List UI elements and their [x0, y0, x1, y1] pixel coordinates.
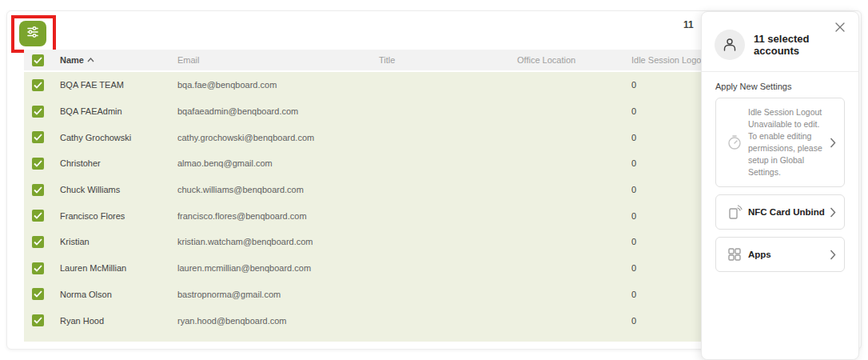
- row-name: Cathy Grochowski: [60, 133, 177, 142]
- check-icon: [34, 212, 42, 219]
- row-name: Francisco Flores: [60, 211, 177, 221]
- row-checkbox[interactable]: [32, 314, 44, 326]
- sort-asc-icon: [87, 58, 94, 62]
- check-icon: [34, 290, 42, 298]
- select-all-checkbox[interactable]: [32, 54, 44, 66]
- row-name: BQA FAE TEAM: [60, 80, 177, 90]
- column-header-title[interactable]: Title: [379, 55, 517, 65]
- row-checkbox-cell: [32, 262, 60, 274]
- check-icon: [34, 317, 42, 324]
- row-checkbox-cell: [32, 236, 60, 248]
- check-icon: [34, 186, 42, 194]
- check-icon: [34, 108, 42, 115]
- nfc-card-icon: [724, 203, 745, 221]
- panel-title: 11 selected accounts: [754, 33, 846, 57]
- filter-button[interactable]: [19, 21, 46, 46]
- row-checkbox-cell: [32, 158, 60, 170]
- row-name: Lauren McMillian: [60, 263, 177, 273]
- idle-session-logout-card[interactable]: Idle Session Logout Unavailable to edit.…: [715, 98, 845, 187]
- idle-session-logout-message: Idle Session Logout Unavailable to edit.…: [745, 106, 830, 178]
- avatar: [715, 30, 745, 60]
- panel-card-list: Idle Session Logout Unavailable to edit.…: [702, 98, 858, 272]
- row-email: chuck.williams@benqboard.com: [177, 185, 379, 194]
- chevron-right-icon: [830, 250, 836, 260]
- row-checkbox[interactable]: [32, 262, 44, 274]
- select-all-cell: [32, 54, 60, 66]
- row-email: almao.benq@gmail.com: [177, 158, 379, 168]
- selected-count-text: 11: [683, 19, 694, 30]
- row-email: bqafaeadmin@benqboard.com: [177, 106, 379, 116]
- row-email: bastropnorma@gmail.com: [177, 290, 379, 299]
- row-email: lauren.mcmillian@benqboard.com: [177, 263, 379, 273]
- row-checkbox[interactable]: [32, 236, 44, 248]
- apps-grid-icon: [724, 246, 745, 263]
- row-checkbox-cell: [32, 314, 60, 326]
- nfc-card-unbind-card[interactable]: NFC Card Unbind: [715, 194, 845, 230]
- column-header-email[interactable]: Email: [177, 55, 379, 65]
- row-checkbox-cell: [32, 184, 60, 196]
- apply-new-settings-label: Apply New Settings: [702, 72, 858, 98]
- timer-icon: [724, 134, 745, 151]
- apps-label: Apps: [745, 250, 830, 259]
- check-icon: [34, 134, 42, 141]
- check-icon: [34, 265, 42, 272]
- row-checkbox-cell: [32, 131, 60, 143]
- person-icon: [722, 37, 738, 53]
- row-checkbox[interactable]: [32, 106, 44, 118]
- account-management-screen: 11 Name Email Title Office Location Idle…: [0, 0, 868, 360]
- row-checkbox-cell: [32, 79, 60, 91]
- apps-card[interactable]: Apps: [715, 237, 845, 272]
- check-icon: [34, 82, 42, 89]
- tune-icon: [26, 26, 40, 42]
- close-icon: [835, 22, 845, 32]
- check-icon: [34, 238, 42, 246]
- row-name: Ryan Hood: [60, 316, 177, 326]
- row-name: BQA FAEAdmin: [60, 106, 177, 116]
- row-checkbox[interactable]: [32, 131, 44, 143]
- row-name: Norma Olson: [60, 290, 177, 299]
- check-icon: [34, 57, 42, 64]
- chevron-right-icon: [830, 138, 836, 148]
- row-checkbox[interactable]: [32, 79, 44, 91]
- row-name: Christoher: [60, 158, 177, 168]
- check-icon: [34, 160, 42, 167]
- column-header-name[interactable]: Name: [60, 55, 177, 65]
- row-email: kristian.watcham@benqboard.com: [177, 237, 379, 246]
- row-checkbox-cell: [32, 288, 60, 300]
- chevron-right-icon: [830, 207, 836, 218]
- column-header-name-label: Name: [60, 55, 84, 65]
- row-checkbox-cell: [32, 106, 60, 118]
- selection-side-panel: 11 selected accounts Apply New Settings …: [701, 11, 859, 360]
- row-checkbox[interactable]: [32, 210, 44, 222]
- nfc-card-unbind-label: NFC Card Unbind: [745, 207, 830, 217]
- column-header-office-location[interactable]: Office Location: [517, 55, 631, 65]
- close-button[interactable]: [833, 20, 847, 34]
- row-email: cathy.grochowski@benqboard.com: [177, 133, 379, 142]
- row-checkbox-cell: [32, 210, 60, 222]
- row-checkbox[interactable]: [32, 158, 44, 170]
- row-email: francisco.flores@benqboard.com: [177, 211, 379, 221]
- row-name: Kristian: [60, 237, 177, 246]
- row-checkbox[interactable]: [32, 184, 44, 196]
- row-email: ryan.hood@benqboard.com: [177, 316, 379, 326]
- row-name: Chuck Williams: [60, 185, 177, 194]
- row-email: bqa.fae@benqboard.com: [177, 80, 379, 90]
- row-checkbox[interactable]: [32, 288, 44, 300]
